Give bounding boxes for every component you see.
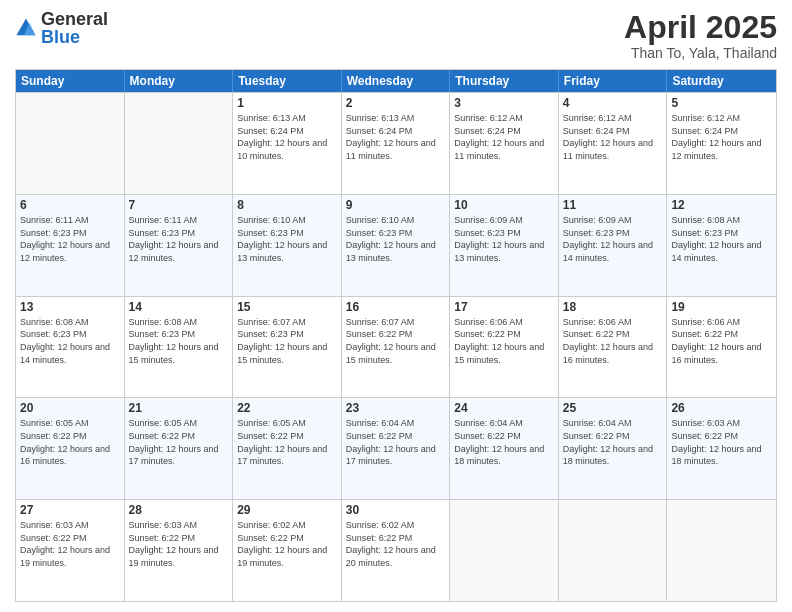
day-info: Sunrise: 6:07 AMSunset: 6:23 PMDaylight:… (237, 316, 337, 366)
day-info: Sunrise: 6:13 AMSunset: 6:24 PMDaylight:… (346, 112, 446, 162)
cal-cell-12: 12Sunrise: 6:08 AMSunset: 6:23 PMDayligh… (667, 195, 776, 296)
cal-cell-18: 18Sunrise: 6:06 AMSunset: 6:22 PMDayligh… (559, 297, 668, 398)
calendar-body: 1Sunrise: 6:13 AMSunset: 6:24 PMDaylight… (16, 92, 776, 601)
cal-cell-11: 11Sunrise: 6:09 AMSunset: 6:23 PMDayligh… (559, 195, 668, 296)
cal-cell-6: 6Sunrise: 6:11 AMSunset: 6:23 PMDaylight… (16, 195, 125, 296)
day-info: Sunrise: 6:10 AMSunset: 6:23 PMDaylight:… (346, 214, 446, 264)
cal-cell-20: 20Sunrise: 6:05 AMSunset: 6:22 PMDayligh… (16, 398, 125, 499)
day-info: Sunrise: 6:07 AMSunset: 6:22 PMDaylight:… (346, 316, 446, 366)
day-info: Sunrise: 6:05 AMSunset: 6:22 PMDaylight:… (129, 417, 229, 467)
cal-cell-5: 5Sunrise: 6:12 AMSunset: 6:24 PMDaylight… (667, 93, 776, 194)
cal-cell-24: 24Sunrise: 6:04 AMSunset: 6:22 PMDayligh… (450, 398, 559, 499)
week-row-3: 13Sunrise: 6:08 AMSunset: 6:23 PMDayligh… (16, 296, 776, 398)
day-header-saturday: Saturday (667, 70, 776, 92)
day-info: Sunrise: 6:08 AMSunset: 6:23 PMDaylight:… (129, 316, 229, 366)
day-number: 28 (129, 503, 229, 517)
calendar: SundayMondayTuesdayWednesdayThursdayFrid… (15, 69, 777, 602)
day-info: Sunrise: 6:11 AMSunset: 6:23 PMDaylight:… (20, 214, 120, 264)
day-info: Sunrise: 6:12 AMSunset: 6:24 PMDaylight:… (454, 112, 554, 162)
cal-cell-empty (16, 93, 125, 194)
day-number: 19 (671, 300, 772, 314)
cal-cell-empty (125, 93, 234, 194)
cal-cell-22: 22Sunrise: 6:05 AMSunset: 6:22 PMDayligh… (233, 398, 342, 499)
cal-cell-7: 7Sunrise: 6:11 AMSunset: 6:23 PMDaylight… (125, 195, 234, 296)
day-number: 11 (563, 198, 663, 212)
cal-cell-1: 1Sunrise: 6:13 AMSunset: 6:24 PMDaylight… (233, 93, 342, 194)
cal-cell-empty (450, 500, 559, 601)
day-info: Sunrise: 6:06 AMSunset: 6:22 PMDaylight:… (454, 316, 554, 366)
day-info: Sunrise: 6:11 AMSunset: 6:23 PMDaylight:… (129, 214, 229, 264)
day-number: 22 (237, 401, 337, 415)
cal-cell-10: 10Sunrise: 6:09 AMSunset: 6:23 PMDayligh… (450, 195, 559, 296)
day-info: Sunrise: 6:12 AMSunset: 6:24 PMDaylight:… (671, 112, 772, 162)
day-number: 4 (563, 96, 663, 110)
day-number: 21 (129, 401, 229, 415)
day-number: 30 (346, 503, 446, 517)
cal-cell-8: 8Sunrise: 6:10 AMSunset: 6:23 PMDaylight… (233, 195, 342, 296)
cal-cell-26: 26Sunrise: 6:03 AMSunset: 6:22 PMDayligh… (667, 398, 776, 499)
cal-cell-19: 19Sunrise: 6:06 AMSunset: 6:22 PMDayligh… (667, 297, 776, 398)
week-row-4: 20Sunrise: 6:05 AMSunset: 6:22 PMDayligh… (16, 397, 776, 499)
cal-cell-2: 2Sunrise: 6:13 AMSunset: 6:24 PMDaylight… (342, 93, 451, 194)
day-info: Sunrise: 6:04 AMSunset: 6:22 PMDaylight:… (346, 417, 446, 467)
day-number: 2 (346, 96, 446, 110)
calendar-title: April 2025 (624, 10, 777, 45)
cal-cell-25: 25Sunrise: 6:04 AMSunset: 6:22 PMDayligh… (559, 398, 668, 499)
week-row-5: 27Sunrise: 6:03 AMSunset: 6:22 PMDayligh… (16, 499, 776, 601)
day-info: Sunrise: 6:05 AMSunset: 6:22 PMDaylight:… (20, 417, 120, 467)
day-info: Sunrise: 6:03 AMSunset: 6:22 PMDaylight:… (129, 519, 229, 569)
day-number: 23 (346, 401, 446, 415)
day-number: 14 (129, 300, 229, 314)
logo-icon (15, 17, 37, 39)
cal-cell-13: 13Sunrise: 6:08 AMSunset: 6:23 PMDayligh… (16, 297, 125, 398)
day-info: Sunrise: 6:08 AMSunset: 6:23 PMDaylight:… (671, 214, 772, 264)
cal-cell-3: 3Sunrise: 6:12 AMSunset: 6:24 PMDaylight… (450, 93, 559, 194)
day-number: 8 (237, 198, 337, 212)
day-number: 13 (20, 300, 120, 314)
day-info: Sunrise: 6:06 AMSunset: 6:22 PMDaylight:… (671, 316, 772, 366)
cal-cell-empty (559, 500, 668, 601)
day-number: 6 (20, 198, 120, 212)
calendar-header-row: SundayMondayTuesdayWednesdayThursdayFrid… (16, 70, 776, 92)
calendar-subtitle: Than To, Yala, Thailand (624, 45, 777, 61)
day-info: Sunrise: 6:08 AMSunset: 6:23 PMDaylight:… (20, 316, 120, 366)
day-info: Sunrise: 6:06 AMSunset: 6:22 PMDaylight:… (563, 316, 663, 366)
cal-cell-23: 23Sunrise: 6:04 AMSunset: 6:22 PMDayligh… (342, 398, 451, 499)
day-info: Sunrise: 6:09 AMSunset: 6:23 PMDaylight:… (563, 214, 663, 264)
day-info: Sunrise: 6:02 AMSunset: 6:22 PMDaylight:… (237, 519, 337, 569)
cal-cell-21: 21Sunrise: 6:05 AMSunset: 6:22 PMDayligh… (125, 398, 234, 499)
day-info: Sunrise: 6:04 AMSunset: 6:22 PMDaylight:… (454, 417, 554, 467)
day-number: 5 (671, 96, 772, 110)
day-header-monday: Monday (125, 70, 234, 92)
day-number: 3 (454, 96, 554, 110)
day-info: Sunrise: 6:13 AMSunset: 6:24 PMDaylight:… (237, 112, 337, 162)
cal-cell-4: 4Sunrise: 6:12 AMSunset: 6:24 PMDaylight… (559, 93, 668, 194)
day-number: 26 (671, 401, 772, 415)
day-number: 29 (237, 503, 337, 517)
day-number: 24 (454, 401, 554, 415)
day-number: 16 (346, 300, 446, 314)
title-section: April 2025 Than To, Yala, Thailand (624, 10, 777, 61)
week-row-1: 1Sunrise: 6:13 AMSunset: 6:24 PMDaylight… (16, 92, 776, 194)
cal-cell-empty (667, 500, 776, 601)
page: General Blue April 2025 Than To, Yala, T… (0, 0, 792, 612)
cal-cell-16: 16Sunrise: 6:07 AMSunset: 6:22 PMDayligh… (342, 297, 451, 398)
day-header-tuesday: Tuesday (233, 70, 342, 92)
header: General Blue April 2025 Than To, Yala, T… (15, 10, 777, 61)
logo-blue: Blue (41, 28, 108, 46)
logo: General Blue (15, 10, 108, 46)
cal-cell-27: 27Sunrise: 6:03 AMSunset: 6:22 PMDayligh… (16, 500, 125, 601)
logo-general: General (41, 10, 108, 28)
day-number: 15 (237, 300, 337, 314)
cal-cell-30: 30Sunrise: 6:02 AMSunset: 6:22 PMDayligh… (342, 500, 451, 601)
cal-cell-29: 29Sunrise: 6:02 AMSunset: 6:22 PMDayligh… (233, 500, 342, 601)
day-info: Sunrise: 6:03 AMSunset: 6:22 PMDaylight:… (20, 519, 120, 569)
day-number: 12 (671, 198, 772, 212)
day-number: 1 (237, 96, 337, 110)
day-number: 17 (454, 300, 554, 314)
week-row-2: 6Sunrise: 6:11 AMSunset: 6:23 PMDaylight… (16, 194, 776, 296)
cal-cell-28: 28Sunrise: 6:03 AMSunset: 6:22 PMDayligh… (125, 500, 234, 601)
day-number: 25 (563, 401, 663, 415)
day-header-sunday: Sunday (16, 70, 125, 92)
cal-cell-9: 9Sunrise: 6:10 AMSunset: 6:23 PMDaylight… (342, 195, 451, 296)
